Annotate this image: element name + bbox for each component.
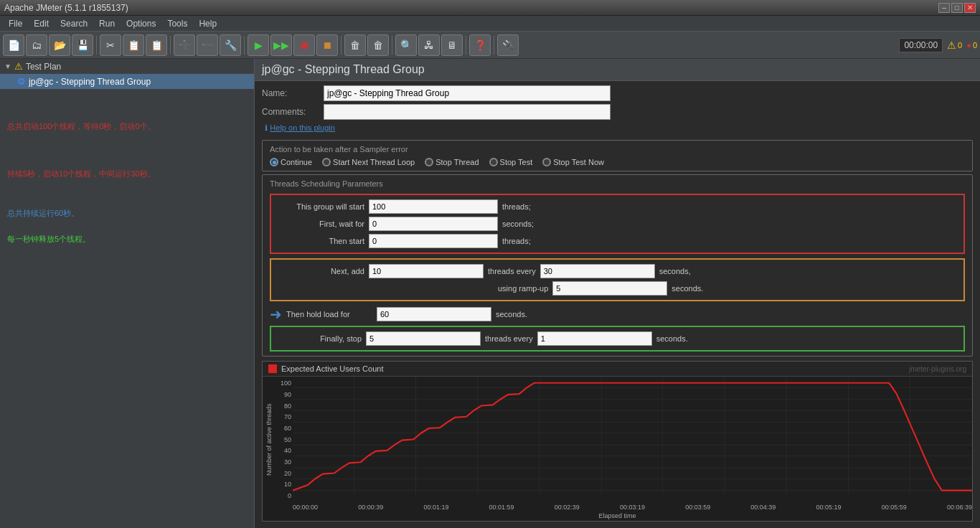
menu-tools[interactable]: Tools	[161, 17, 193, 30]
remote2-button[interactable]: 🖥	[441, 34, 463, 56]
group-start-unit: threads;	[502, 202, 531, 211]
save-button[interactable]: 💾	[72, 34, 93, 56]
arrow-right-icon: ➜	[270, 306, 282, 323]
new-button[interactable]: 📄	[3, 34, 24, 56]
clear-all-button[interactable]: 🗑	[367, 34, 389, 56]
scheduling-section: Threads Scheduling Parameters This group…	[262, 174, 973, 357]
note-red: 总共启动100个线程，等待0秒，启动0个。	[0, 118, 254, 136]
test-plan-icon: ⚠	[14, 61, 23, 72]
minimize-button[interactable]: –	[938, 3, 950, 13]
collapse-button[interactable]: ➖	[197, 34, 218, 56]
ramp-up-label: using ramp-up	[498, 284, 548, 293]
help-button[interactable]: ❓	[469, 34, 491, 56]
toggle-button[interactable]: 🔧	[220, 34, 241, 56]
tree-arrow-icon: ▼	[4, 62, 11, 70]
chart-y-labels: 0 10 20 30 40 50 60 70 80 90 100	[275, 377, 293, 502]
timer-display: 00:00:00	[899, 38, 943, 52]
threads-every-input[interactable]	[540, 264, 655, 278]
radio-next-thread-loop[interactable]: Start Next Thread Loop	[322, 158, 415, 166]
then-start-input[interactable]	[369, 234, 498, 248]
ramp-up-input[interactable]	[552, 281, 667, 296]
shutdown-button[interactable]: ⏹	[316, 34, 338, 56]
chart-watermark: jmeter-plugins.org	[909, 365, 966, 373]
thread-group-label: jp@gc - Stepping Thread Group	[29, 77, 151, 87]
note-green: 每一秒钟释放5个线程。	[0, 230, 254, 249]
sidebar-item-thread-group[interactable]: ⚙ jp@gc - Stepping Thread Group	[0, 74, 254, 89]
next-add-input[interactable]	[369, 264, 484, 278]
radio-stop-test[interactable]: Stop Test	[489, 158, 533, 166]
maximize-button[interactable]: □	[951, 3, 963, 13]
note-blue: 总共持续运行60秒。	[0, 204, 254, 223]
help-link[interactable]: Help on this plugin	[270, 123, 335, 132]
plugin-button[interactable]: 🔌	[497, 34, 519, 56]
stop-button[interactable]: ⏹	[293, 34, 315, 56]
warning-indicator: ⚠ 0	[947, 39, 962, 51]
comments-label: Comments:	[262, 107, 319, 117]
title-text: Apache JMeter (5.1.1 r1855137)	[4, 3, 128, 13]
note-orange: 持续5秒，启动10个线程，中间运行30秒。	[0, 165, 254, 184]
window-controls[interactable]: – □ ✕	[938, 3, 976, 13]
remote-button[interactable]: 🖧	[418, 34, 440, 56]
expand-button[interactable]: ➕	[174, 34, 195, 56]
paste-button[interactable]: 📋	[146, 34, 167, 56]
finally-stop-input[interactable]	[366, 331, 481, 346]
start-no-pause-button[interactable]: ▶▶	[270, 34, 292, 56]
chart-title: Expected Active Users Count	[281, 364, 383, 373]
open-button[interactable]: 📂	[49, 34, 70, 56]
hold-load-input[interactable]	[377, 307, 491, 321]
close-button[interactable]: ✕	[964, 3, 976, 13]
radio-stop-thread-label: Stop Thread	[435, 158, 479, 166]
chart-header: Expected Active Users Count jmeter-plugi…	[263, 362, 972, 377]
clear-button[interactable]: 🗑	[344, 34, 366, 56]
cut-button[interactable]: ✂	[100, 34, 121, 56]
main-layout: ▼ ⚠ Test Plan ⚙ jp@gc - Stepping Thread …	[0, 59, 980, 528]
menu-search[interactable]: Search	[55, 17, 93, 30]
radio-stop-thread[interactable]: Stop Thread	[425, 158, 479, 166]
name-label: Name:	[262, 88, 319, 98]
search-toolbar-button[interactable]: 🔍	[395, 34, 417, 56]
menu-help[interactable]: Help	[193, 17, 222, 30]
panel-header: jp@gc - Stepping Thread Group	[255, 59, 980, 81]
test-plan-label: Test Plan	[26, 62, 61, 72]
radio-stop-test-now[interactable]: Stop Test Now	[542, 158, 604, 166]
chart-legend-dot	[268, 364, 277, 373]
chart-section: Expected Active Users Count jmeter-plugi…	[262, 361, 973, 522]
first-wait-label: First, wait for	[278, 220, 364, 228]
toolbar: 📄 🗂 📂 💾 ✂ 📋 📋 ➕ ➖ 🔧 ▶ ▶▶ ⏹ ⏹ 🗑 🗑 🔍 🖧 🖥 ❓…	[0, 32, 980, 59]
ramp-up-unit: seconds.	[672, 284, 703, 293]
radio-next-thread-loop-circle	[322, 158, 331, 166]
error-action-section: Action to be taken after a Sampler error…	[262, 140, 973, 171]
hold-load-unit: seconds.	[496, 310, 527, 319]
name-input[interactable]	[324, 85, 611, 101]
error-action-title: Action to be taken after a Sampler error	[270, 145, 965, 154]
menu-run[interactable]: Run	[93, 17, 121, 30]
chart-xaxis: 00:00:00 00:00:39 00:01:19 00:01:59 00:0…	[263, 502, 972, 512]
threads-every-unit: seconds,	[659, 267, 691, 275]
first-wait-input[interactable]	[369, 217, 498, 231]
radio-stop-thread-circle	[425, 158, 433, 166]
group-start-label: This group will start	[278, 202, 364, 211]
group-start-input[interactable]	[369, 199, 498, 214]
sidebar: ▼ ⚠ Test Plan ⚙ jp@gc - Stepping Thread …	[0, 59, 255, 528]
radio-continue[interactable]: Continue	[270, 158, 312, 166]
sidebar-item-test-plan[interactable]: ▼ ⚠ Test Plan	[0, 59, 254, 74]
then-start-unit: threads;	[502, 237, 531, 245]
thread-group-icon: ⚙	[17, 76, 26, 87]
start-button[interactable]: ▶	[248, 34, 269, 56]
copy-button[interactable]: 📋	[123, 34, 144, 56]
error-action-radio-group: Continue Start Next Thread Loop Stop Thr…	[270, 158, 965, 166]
hold-load-row: ➜ Then hold load for seconds.	[270, 306, 965, 323]
finally-threads-every-input[interactable]	[537, 331, 652, 346]
radio-stop-test-label: Stop Test	[500, 158, 533, 166]
chart-area: Number of active threads 0 10 20 30 40 5…	[263, 377, 972, 502]
chart-svg	[293, 377, 972, 502]
menu-file[interactable]: File	[3, 17, 28, 30]
menu-options[interactable]: Options	[121, 17, 161, 30]
menu-edit[interactable]: Edit	[28, 17, 55, 30]
radio-stop-test-circle	[489, 158, 498, 166]
chart-xlabel: Elapsed time	[263, 512, 972, 521]
then-start-label: Then start	[278, 237, 364, 245]
templates-button[interactable]: 🗂	[26, 34, 47, 56]
comments-input[interactable]	[324, 104, 611, 120]
titlebar: Apache JMeter (5.1.1 r1855137) – □ ✕	[0, 0, 980, 16]
